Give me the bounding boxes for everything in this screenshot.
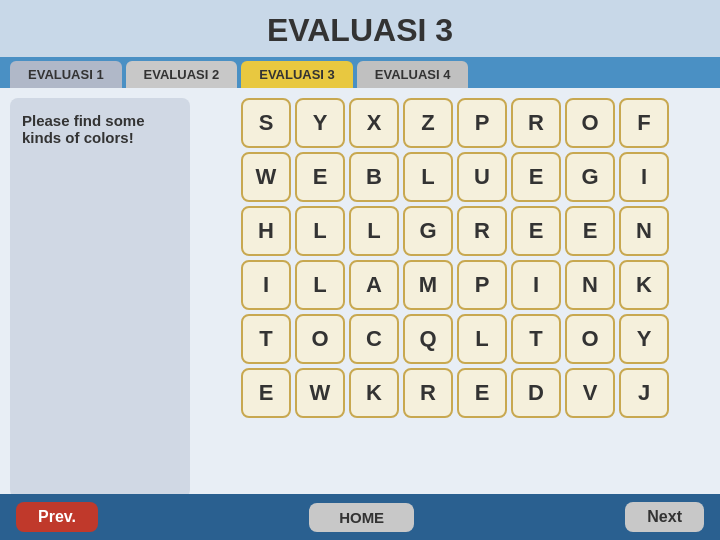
grid-cell[interactable]: A — [349, 260, 399, 310]
grid-cell[interactable]: S — [241, 98, 291, 148]
instructions-panel: Please find some kinds of colors! — [10, 98, 190, 498]
grid-cell[interactable]: L — [295, 260, 345, 310]
grid-cell[interactable]: L — [457, 314, 507, 364]
main-content: Please find some kinds of colors! SYXZPR… — [0, 88, 720, 508]
grid-cell[interactable]: O — [295, 314, 345, 364]
tab-evaluasi-2[interactable]: EVALUASI 2 — [126, 61, 238, 88]
grid-cell[interactable]: I — [619, 152, 669, 202]
grid-cell[interactable]: T — [511, 314, 561, 364]
tab-evaluasi-4[interactable]: EVALUASI 4 — [357, 61, 469, 88]
next-button[interactable]: Next — [625, 502, 704, 532]
grid-cell[interactable]: Y — [619, 314, 669, 364]
grid-cell[interactable]: W — [295, 368, 345, 418]
grid-cell[interactable]: I — [241, 260, 291, 310]
grid-cell[interactable]: T — [241, 314, 291, 364]
grid-cell[interactable]: E — [511, 206, 561, 256]
grid-cell[interactable]: R — [511, 98, 561, 148]
grid-cell[interactable]: O — [565, 98, 615, 148]
grid-cell[interactable]: P — [457, 98, 507, 148]
grid-cell[interactable]: L — [349, 206, 399, 256]
grid-cell[interactable]: C — [349, 314, 399, 364]
grid-cell[interactable]: Q — [403, 314, 453, 364]
tab-bar: EVALUASI 1 EVALUASI 2 EVALUASI 3 EVALUAS… — [0, 57, 720, 88]
instruction-text: Please find some kinds of colors! — [22, 112, 145, 146]
grid-cell[interactable]: R — [457, 206, 507, 256]
word-search-grid: SYXZPROFWEBLUEGIHLLGREENILAMPINKTOCQLTOY… — [241, 98, 669, 418]
grid-cell[interactable]: F — [619, 98, 669, 148]
grid-cell[interactable]: L — [295, 206, 345, 256]
grid-cell[interactable]: O — [565, 314, 615, 364]
tab-evaluasi-3[interactable]: EVALUASI 3 — [241, 61, 353, 88]
grid-cell[interactable]: K — [619, 260, 669, 310]
grid-cell[interactable]: N — [619, 206, 669, 256]
grid-cell[interactable]: D — [511, 368, 561, 418]
grid-cell[interactable]: N — [565, 260, 615, 310]
grid-cell[interactable]: E — [511, 152, 561, 202]
grid-cell[interactable]: U — [457, 152, 507, 202]
grid-cell[interactable]: L — [403, 152, 453, 202]
bottom-bar: Prev. HOME Next — [0, 494, 720, 540]
grid-cell[interactable]: V — [565, 368, 615, 418]
grid-cell[interactable]: B — [349, 152, 399, 202]
page-title: EVALUASI 3 — [0, 0, 720, 57]
grid-cell[interactable]: R — [403, 368, 453, 418]
grid-cell[interactable]: E — [457, 368, 507, 418]
grid-cell[interactable]: J — [619, 368, 669, 418]
grid-cell[interactable]: E — [565, 206, 615, 256]
grid-cell[interactable]: G — [403, 206, 453, 256]
grid-cell[interactable]: Y — [295, 98, 345, 148]
prev-button[interactable]: Prev. — [16, 502, 98, 532]
home-button[interactable]: HOME — [309, 503, 414, 532]
grid-cell[interactable]: E — [295, 152, 345, 202]
grid-cell[interactable]: M — [403, 260, 453, 310]
grid-cell[interactable]: I — [511, 260, 561, 310]
grid-cell[interactable]: P — [457, 260, 507, 310]
grid-cell[interactable]: X — [349, 98, 399, 148]
tab-evaluasi-1[interactable]: EVALUASI 1 — [10, 61, 122, 88]
grid-cell[interactable]: E — [241, 368, 291, 418]
grid-cell[interactable]: W — [241, 152, 291, 202]
grid-cell[interactable]: Z — [403, 98, 453, 148]
grid-container: SYXZPROFWEBLUEGIHLLGREENILAMPINKTOCQLTOY… — [200, 98, 710, 498]
grid-cell[interactable]: K — [349, 368, 399, 418]
grid-cell[interactable]: H — [241, 206, 291, 256]
grid-cell[interactable]: G — [565, 152, 615, 202]
